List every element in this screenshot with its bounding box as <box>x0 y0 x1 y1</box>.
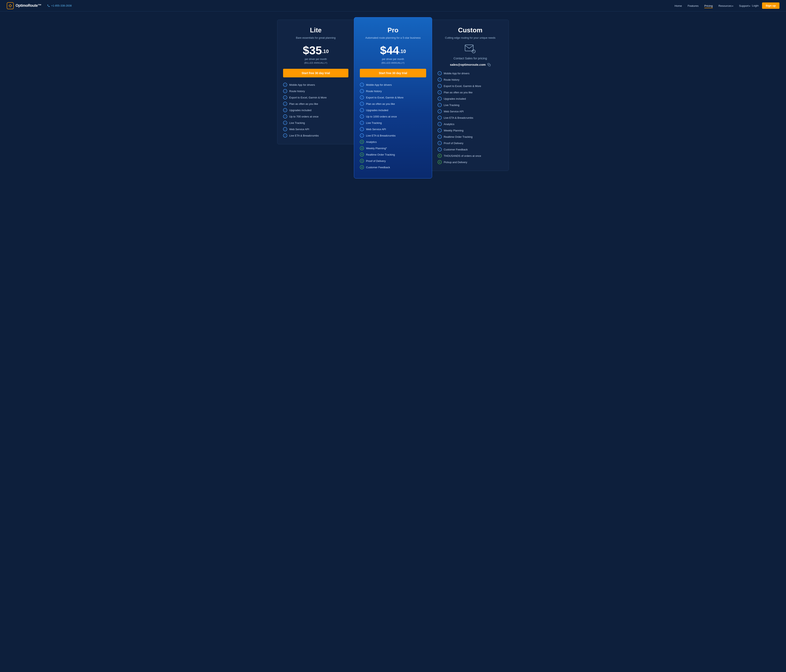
check-icon: ✓ <box>438 141 442 145</box>
list-item: ✓Live ETA & Breadcrumbs <box>283 134 348 138</box>
feature-label: Up to 1000 orders at once <box>366 115 397 118</box>
list-item: ✓Plan as often as you like <box>360 102 426 106</box>
feature-label: Route history <box>289 90 305 93</box>
feature-label: Web Service API <box>289 128 309 131</box>
check-icon: ✓ <box>438 77 442 82</box>
feature-label: Live ETA & Breadcrumbs <box>444 116 473 119</box>
feature-label: Export to Excel, Garmin & More <box>289 96 327 99</box>
list-item: ✓Analytics <box>438 122 503 126</box>
nav-features[interactable]: Features <box>688 4 699 7</box>
check-icon: ✓ <box>360 83 364 87</box>
feature-label: Route history <box>444 78 459 81</box>
email-address: sales@optimoroute.com <box>450 63 486 66</box>
feature-label: Pickup and Delivery <box>444 161 467 164</box>
phone-number[interactable]: +1-855-338-2838 <box>47 4 72 7</box>
svg-point-1 <box>9 5 11 6</box>
feature-label: Customer Feedback <box>366 166 390 169</box>
pro-trial-button[interactable]: Start free 30 day trial <box>360 69 426 77</box>
feature-label: Proof of Delivery <box>366 159 386 162</box>
list-item: ✓Web Service API <box>360 127 426 131</box>
login-link[interactable]: Login <box>752 4 759 7</box>
feature-label: Route history <box>366 90 382 93</box>
feature-label: Upgrades included <box>444 97 466 100</box>
feature-label: Live Tracking <box>444 104 459 107</box>
check-icon: ✓ <box>283 121 287 125</box>
check-icon: ✓ <box>360 127 364 131</box>
logo-icon <box>6 2 14 9</box>
check-icon: ✓ <box>283 127 287 131</box>
feature-label: Live Tracking <box>289 121 305 124</box>
phone-icon <box>47 4 50 7</box>
list-item: ✓Proof of Delivery <box>438 141 503 145</box>
feature-label: Plan as often as you like <box>289 102 318 105</box>
plan-lite: Lite Bare essentials for great planning … <box>277 20 354 144</box>
custom-plan-desc: Cutting edge routing for your unique nee… <box>438 36 503 40</box>
check-icon: ✓ <box>360 102 364 106</box>
nav-home[interactable]: Home <box>674 4 682 7</box>
feature-label: Mobile App for drivers <box>444 72 470 75</box>
list-item: +Analytics <box>360 140 426 144</box>
signup-button[interactable]: Sign up <box>762 2 780 9</box>
check-icon: ✓ <box>283 134 287 138</box>
nav-pricing[interactable]: Pricing <box>704 4 713 8</box>
contact-icon-wrapper: + <box>438 45 503 54</box>
feature-label: Export to Excel, Garmin & More <box>366 96 404 99</box>
check-icon: ✓ <box>283 108 287 112</box>
check-icon: ✓ <box>283 102 287 106</box>
check-icon: ✓ <box>283 89 287 93</box>
pro-price-main: $44 <box>380 44 399 57</box>
list-item: +Realtime Order Tracking <box>360 153 426 157</box>
nav-support[interactable]: Support <box>739 4 750 7</box>
custom-feature-list: ✓Mobile App for drivers ✓Route history ✓… <box>438 71 503 164</box>
feature-label: Plan as often as you like <box>444 91 473 94</box>
pro-feature-list: ✓Mobile App for drivers ✓Route history ✓… <box>360 83 426 169</box>
copy-icon[interactable] <box>487 63 490 66</box>
logo[interactable]: OptimoRoute™ <box>6 2 41 9</box>
logo-text: OptimoRoute™ <box>16 3 41 8</box>
check-icon: ✓ <box>438 84 442 88</box>
list-item: ✓Mobile App for drivers <box>283 83 348 87</box>
feature-label: Up to 700 orders at once <box>289 115 319 118</box>
feature-label: Analytics <box>444 123 454 126</box>
list-item: ✓Route history <box>438 77 503 82</box>
lite-price-block: $35.10 <box>283 45 348 56</box>
nav-resources[interactable]: Resources <box>718 4 733 7</box>
list-item: ✓Live Tracking <box>283 121 348 125</box>
feature-label: Live ETA & Breadcrumbs <box>289 134 319 137</box>
plus-icon: + <box>360 159 364 163</box>
list-item: ✓Mobile App for drivers <box>360 83 426 87</box>
svg-rect-5 <box>489 64 490 66</box>
pro-price-period: per driver per month(BILLED ANNUALLY) <box>360 57 426 65</box>
feature-label: Web Service API <box>366 128 386 131</box>
feature-label: Weekly Planning <box>444 129 464 132</box>
feature-label: Upgrades included <box>366 109 388 112</box>
list-item: ✓Web Service API <box>438 109 503 113</box>
list-item: +Pickup and Delivery <box>438 160 503 164</box>
pro-price-block: $44.10 <box>360 45 426 56</box>
feature-label: Analytics <box>366 140 377 143</box>
feature-label: Mobile App for drivers <box>366 83 392 87</box>
lite-price-period: per driver per month(BILLED ANNUALLY) <box>283 57 348 65</box>
navbar: OptimoRoute™ +1-855-338-2838 Home Featur… <box>0 0 786 11</box>
feature-label: Realtime Order Tracking <box>366 153 395 156</box>
check-icon: ✓ <box>438 97 442 101</box>
plan-pro: Pro Automated route planning for a 5-sta… <box>354 17 432 178</box>
pro-plan-name: Pro <box>360 27 426 34</box>
list-item: ✓Customer Feedback <box>438 147 503 151</box>
check-icon: ✓ <box>438 71 442 76</box>
feature-label: Realtime Order Tracking <box>444 135 473 138</box>
check-icon: ✓ <box>360 115 364 118</box>
check-icon: ✓ <box>438 147 442 151</box>
feature-label: Export to Excel, Garmin & More <box>444 85 481 88</box>
check-icon: ✓ <box>438 116 442 120</box>
feature-label: Web Service API <box>444 110 464 113</box>
check-icon: ✓ <box>438 109 442 113</box>
check-icon: ✓ <box>438 122 442 126</box>
check-icon: ✓ <box>438 128 442 132</box>
feature-label: Weekly Planning* <box>366 147 387 150</box>
check-icon: ✓ <box>438 90 442 94</box>
check-icon: ✓ <box>283 83 287 87</box>
check-icon: ✓ <box>360 95 364 99</box>
lite-trial-button[interactable]: Start free 30 day trial <box>283 69 348 77</box>
custom-plan-name: Custom <box>438 27 503 34</box>
